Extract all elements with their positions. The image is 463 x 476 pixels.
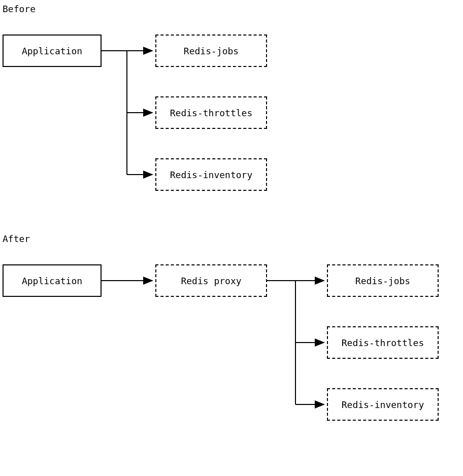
node-after-application: Application (3, 264, 102, 297)
section-label-after: After (3, 233, 30, 244)
node-label: Application (22, 276, 82, 286)
node-label: Redis proxy (181, 276, 241, 286)
node-after-redis-proxy: Redis proxy (155, 264, 267, 297)
node-before-redis-throttles: Redis-throttles (155, 96, 267, 129)
node-label: Redis-inventory (342, 399, 424, 410)
section-label-before: Before (3, 4, 36, 14)
node-label: Redis-throttles (342, 337, 424, 348)
node-label: Redis-inventory (170, 169, 253, 180)
node-label: Redis-throttles (170, 108, 253, 118)
node-after-redis-throttles: Redis-throttles (327, 326, 439, 359)
node-before-redis-inventory: Redis-inventory (155, 158, 267, 191)
node-before-redis-jobs: Redis-jobs (155, 35, 267, 67)
node-label: Redis-jobs (355, 276, 410, 286)
node-after-redis-inventory: Redis-inventory (327, 388, 439, 421)
node-label: Redis-jobs (184, 46, 239, 56)
node-after-redis-jobs: Redis-jobs (327, 264, 439, 297)
node-label: Application (22, 46, 82, 56)
node-before-application: Application (3, 35, 102, 67)
